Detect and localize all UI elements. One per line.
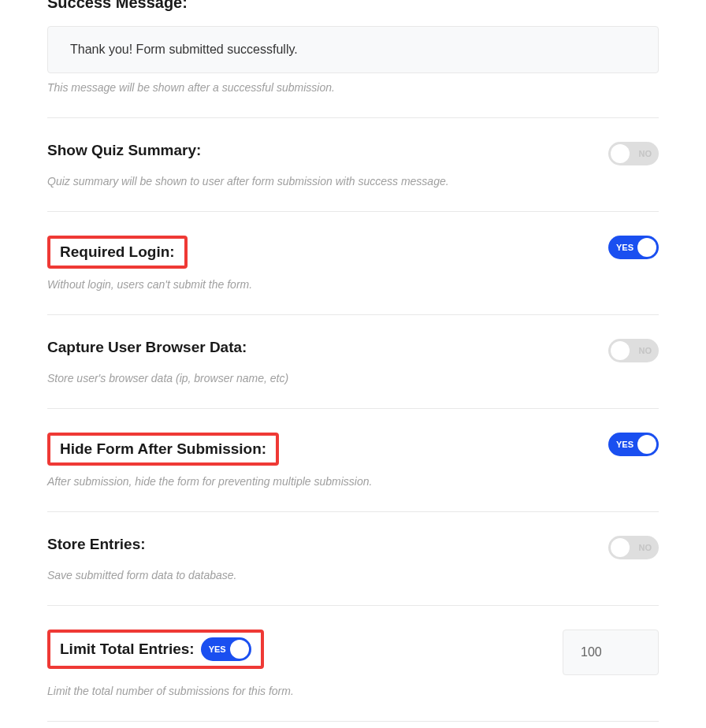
hide-form-highlight: Hide Form After Submission: [47, 433, 279, 466]
toggle-knob [611, 341, 630, 360]
required-login-helper: Without login, users can't submit the fo… [47, 278, 659, 291]
required-login-toggle[interactable]: YES [608, 236, 659, 259]
divider [47, 721, 659, 722]
success-message-helper: This message will be shown after a succe… [47, 81, 659, 94]
divider [47, 314, 659, 315]
show-quiz-summary-toggle[interactable]: NO [608, 142, 659, 165]
limit-entries-highlight: Limit Total Entries: YES [47, 630, 264, 669]
toggle-text: NO [639, 543, 652, 552]
toggle-knob [637, 435, 656, 454]
show-quiz-summary-helper: Quiz summary will be shown to user after… [47, 175, 659, 188]
show-quiz-summary-label: Show Quiz Summary: [47, 142, 201, 159]
divider [47, 408, 659, 409]
toggle-knob [637, 238, 656, 257]
success-message-title: Success Message: [47, 0, 659, 12]
toggle-text: NO [639, 346, 652, 355]
hide-form-toggle[interactable]: YES [608, 433, 659, 456]
toggle-knob [611, 144, 630, 163]
required-login-label: Required Login: [60, 243, 175, 261]
capture-browser-data-helper: Store user's browser data (ip, browser n… [47, 372, 659, 384]
limit-entries-input[interactable] [563, 630, 659, 675]
capture-browser-data-label: Capture User Browser Data: [47, 339, 247, 356]
limit-entries-label: Limit Total Entries: [60, 641, 195, 658]
hide-form-helper: After submission, hide the form for prev… [47, 475, 659, 488]
divider [47, 211, 659, 212]
required-login-highlight: Required Login: [47, 236, 188, 269]
store-entries-helper: Save submitted form data to database. [47, 569, 659, 581]
divider [47, 117, 659, 118]
limit-entries-toggle[interactable]: YES [201, 637, 251, 661]
success-message-input[interactable]: Thank you! Form submitted successfully. [47, 26, 659, 73]
store-entries-toggle[interactable]: NO [608, 536, 659, 559]
toggle-knob [611, 538, 630, 557]
toggle-text: NO [639, 149, 652, 158]
hide-form-label: Hide Form After Submission: [60, 440, 266, 458]
divider [47, 511, 659, 512]
store-entries-label: Store Entries: [47, 536, 146, 553]
divider [47, 605, 659, 606]
toggle-text: YES [616, 440, 634, 449]
limit-entries-helper: Limit the total number of submissions fo… [47, 685, 659, 697]
toggle-text: YES [616, 243, 634, 252]
capture-browser-data-toggle[interactable]: NO [608, 339, 659, 362]
toggle-text: YES [209, 644, 226, 654]
toggle-knob [230, 640, 249, 659]
